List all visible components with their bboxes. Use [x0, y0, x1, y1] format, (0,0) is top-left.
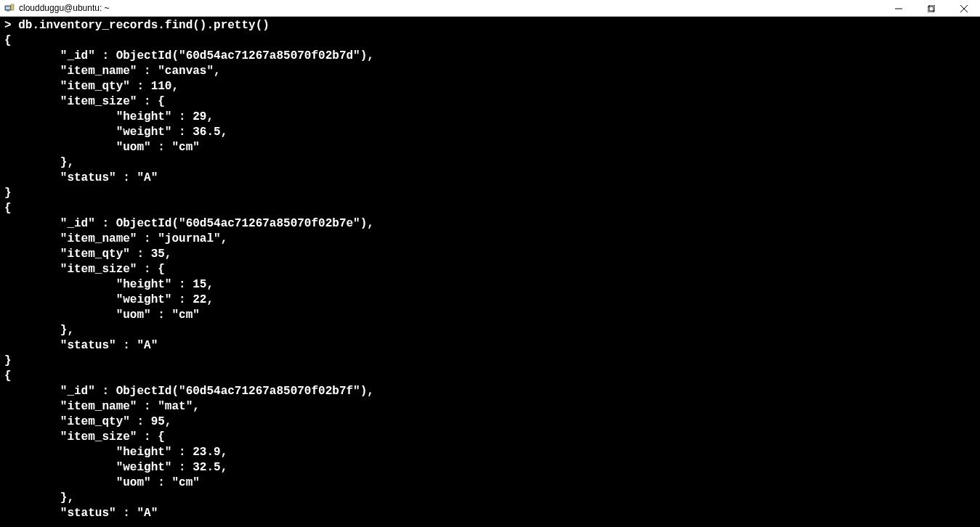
window-controls: [882, 0, 980, 16]
titlebar-left: cloudduggu@ubuntu: ~: [4, 3, 110, 13]
maximize-button[interactable]: [915, 0, 947, 17]
terminal-output[interactable]: > db.inventory_records.find().pretty() {…: [0, 17, 980, 527]
titlebar: cloudduggu@ubuntu: ~: [0, 0, 980, 17]
svg-rect-6: [928, 7, 934, 12]
svg-rect-1: [6, 7, 10, 9]
minimize-button[interactable]: [882, 0, 915, 17]
close-button[interactable]: [947, 0, 980, 17]
svg-rect-2: [11, 4, 14, 10]
putty-icon: [4, 3, 15, 13]
svg-rect-7: [929, 5, 935, 11]
window-title: cloudduggu@ubuntu: ~: [19, 3, 110, 13]
